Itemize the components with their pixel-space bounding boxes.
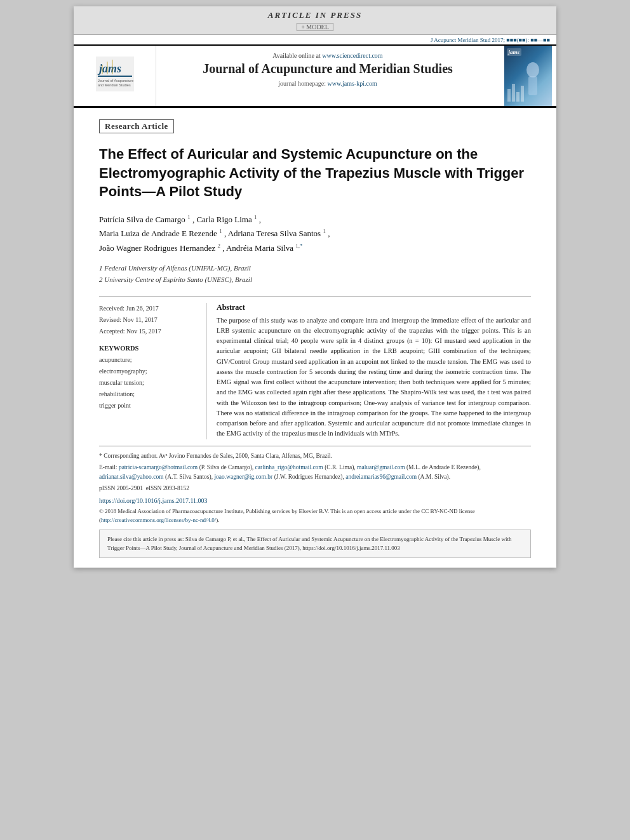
svg-text:jams: jams bbox=[97, 62, 121, 75]
email-joao[interactable]: joao.wagner@ig.com.br bbox=[214, 474, 272, 480]
cover-thumbnail: jams bbox=[504, 46, 552, 106]
svg-rect-10 bbox=[528, 76, 537, 95]
plus-model-label: + MODEL bbox=[297, 23, 333, 31]
abstract-text: The purpose of this study was to analyze… bbox=[217, 316, 531, 439]
email-maluar[interactable]: maluar@gmail.com bbox=[357, 464, 405, 470]
main-content: Research Article The Effect of Auricular… bbox=[74, 108, 556, 568]
svg-rect-11 bbox=[507, 89, 511, 102]
cover-logo: jams bbox=[507, 48, 522, 56]
issn-line: pISSN 2005-2901 eISSN 2093-8152 bbox=[99, 484, 531, 493]
journal-homepage: journal homepage: www.jams-kpi.com bbox=[166, 80, 490, 87]
research-article-badge: Research Article bbox=[99, 119, 174, 133]
two-column-section: Received: Jun 26, 2017 Revised: Nov 11, … bbox=[99, 296, 531, 439]
cite-box: Please cite this article in press as: Si… bbox=[99, 530, 531, 558]
article-title: The Effect of Auricular and Systemic Acu… bbox=[99, 145, 531, 201]
svg-text:and Meridian Studies: and Meridian Studies bbox=[98, 83, 131, 87]
footer-notes: * Corresponding author. Avª Jovino Ferna… bbox=[99, 446, 531, 525]
svg-text:Journal of Acupuncture: Journal of Acupuncture bbox=[98, 79, 133, 83]
doi-link: https://doi.org/10.1016/j.jams.2017.11.0… bbox=[99, 496, 531, 506]
svg-point-9 bbox=[526, 62, 539, 77]
journal-info-center: Available online at www.sciencedirect.co… bbox=[156, 46, 499, 106]
authors: Patrícia Silva de Camargo 1 , Carla Rigo… bbox=[99, 213, 531, 255]
email-carlinha[interactable]: carlinha_rigo@hotmail.com bbox=[255, 464, 323, 470]
keyword-5: trigger point bbox=[99, 400, 197, 411]
journal-logo-section: jams Journal of Acupuncture and Meridian… bbox=[74, 46, 156, 106]
doi-anchor[interactable]: https://doi.org/10.1016/j.jams.2017.11.0… bbox=[99, 497, 208, 504]
journal-name: Journal of Acupuncture and Meridian Stud… bbox=[166, 62, 490, 76]
top-banner: ARTICLE IN PRESS + MODEL bbox=[74, 6, 556, 35]
svg-rect-2 bbox=[98, 76, 132, 77]
affiliation-2: 2 University Centre of Espírito Santo (U… bbox=[99, 274, 531, 286]
sciencedirect-link[interactable]: www.sciencedirect.com bbox=[322, 52, 382, 59]
email-andreia[interactable]: andreiamarias96@gmail.com bbox=[345, 474, 417, 480]
journal-cover-image: jams bbox=[499, 46, 556, 106]
right-column: Abstract The purpose of this study was t… bbox=[207, 303, 531, 439]
svg-rect-13 bbox=[516, 92, 519, 102]
email-patricia[interactable]: patricia-scamargo@hotmail.com bbox=[119, 464, 198, 470]
svg-rect-14 bbox=[521, 86, 524, 102]
email-adrianat[interactable]: adrianat.silva@yahoo.com bbox=[99, 474, 164, 480]
affiliations: 1 Federal University of Alfenas (UNIFAL-… bbox=[99, 263, 531, 285]
available-online: Available online at www.sciencedirect.co… bbox=[166, 52, 490, 59]
article-in-press-label: ARTICLE IN PRESS bbox=[74, 10, 556, 20]
accepted-date: Accepted: Nov 15, 2017 bbox=[99, 326, 197, 337]
homepage-link[interactable]: www.jams-kpi.com bbox=[327, 80, 377, 87]
svg-rect-8 bbox=[504, 57, 547, 105]
keyword-4: rehabilitation; bbox=[99, 389, 197, 400]
affiliation-1: 1 Federal University of Alfenas (UNIFAL-… bbox=[99, 263, 531, 274]
jams-logo: jams Journal of Acupuncture and Meridian… bbox=[96, 57, 134, 96]
left-column: Received: Jun 26, 2017 Revised: Nov 11, … bbox=[99, 303, 207, 439]
cc-license-link[interactable]: http://creativecommons.org/licenses/by-n… bbox=[101, 517, 216, 523]
cover-art bbox=[504, 57, 547, 105]
journal-header: jams Journal of Acupuncture and Meridian… bbox=[74, 46, 556, 108]
abstract-label: Abstract bbox=[217, 303, 531, 312]
dates-section: Received: Jun 26, 2017 Revised: Nov 11, … bbox=[99, 303, 197, 337]
svg-rect-12 bbox=[512, 84, 515, 102]
email-line: E-mail: patricia-scamargo@hotmail.com (P… bbox=[99, 463, 531, 482]
received-date: Received: Jun 26, 2017 bbox=[99, 303, 197, 314]
keyword-2: electromyography; bbox=[99, 366, 197, 377]
copyright-line: © 2018 Medical Association of Pharmacoac… bbox=[99, 507, 531, 524]
jams-logo-icon: jams Journal of Acupuncture and Meridian… bbox=[96, 57, 134, 91]
cite-text: Please cite this article in press as: Si… bbox=[107, 536, 512, 551]
citation-line: J Acupunct Meridian Stud 2017; ■■■(■■): … bbox=[74, 35, 556, 46]
revised-date: Revised: Nov 11, 2017 bbox=[99, 314, 197, 326]
keywords-label: KEYWORDS bbox=[99, 345, 197, 352]
keyword-3: muscular tension; bbox=[99, 377, 197, 389]
keywords-list: acupuncture; electromyography; muscular … bbox=[99, 354, 197, 411]
keyword-1: acupuncture; bbox=[99, 354, 197, 366]
corresponding-note: * Corresponding author. Avª Jovino Ferna… bbox=[99, 451, 531, 461]
